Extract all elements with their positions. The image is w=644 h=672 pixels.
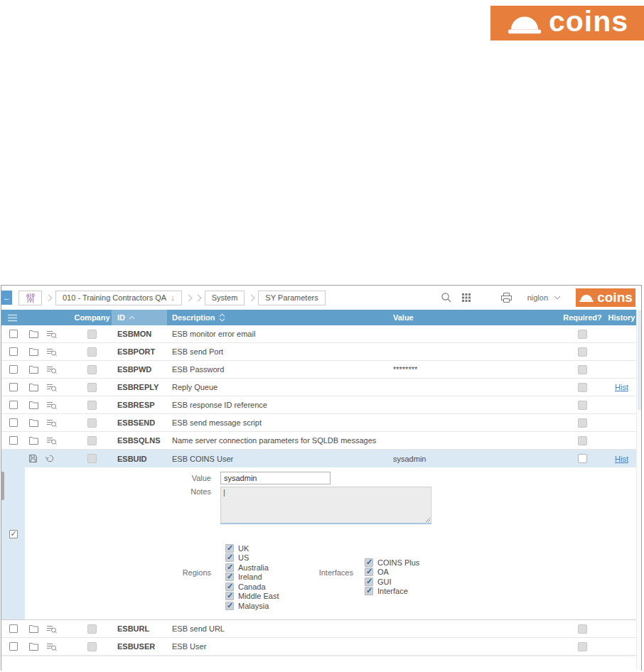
row-select-checkbox[interactable] — [9, 383, 18, 391]
breadcrumb-company[interactable]: 010 - Training Contractors QA ↓ — [55, 291, 182, 305]
checkbox-checked-icon[interactable] — [365, 587, 373, 595]
detail-view-icon[interactable] — [46, 365, 58, 374]
company-checkbox — [87, 436, 97, 445]
row-select-checkbox[interactable] — [9, 347, 18, 356]
scrollbar-thumb[interactable] — [638, 310, 641, 410]
notes-label: Notes — [165, 487, 211, 496]
value-input[interactable] — [220, 472, 331, 484]
row-select-checkbox[interactable] — [9, 418, 18, 427]
checkbox-checked-icon[interactable] — [365, 578, 373, 586]
panel-resize-handle[interactable] — [1, 472, 4, 500]
detail-view-icon[interactable] — [46, 401, 58, 410]
checkbox-checked-icon[interactable] — [225, 582, 234, 591]
back-button[interactable]: ← — [1, 291, 12, 305]
breadcrumb-module[interactable]: System — [205, 291, 245, 305]
brand-text: coins — [597, 291, 633, 305]
detail-view-icon[interactable] — [46, 418, 58, 428]
column-header-description[interactable]: Description — [167, 310, 385, 325]
row-select-checkbox[interactable] — [9, 365, 18, 374]
folder-icon[interactable] — [28, 401, 39, 410]
region-checkbox-item[interactable]: Australia — [225, 563, 279, 573]
folder-icon[interactable] — [28, 330, 39, 339]
folder-icon[interactable] — [28, 365, 39, 374]
hist-link[interactable]: Hist — [615, 383, 628, 391]
value-label: Value — [165, 474, 211, 482]
checkbox-checked-icon[interactable] — [225, 563, 234, 572]
vertical-scrollbar[interactable] — [636, 310, 641, 670]
checkbox-checked-icon[interactable] — [365, 568, 373, 576]
breadcrumb-module-label: System — [212, 293, 238, 302]
column-header-id[interactable]: ID — [112, 310, 167, 325]
user-menu[interactable]: niglon — [527, 293, 561, 302]
sort-both-icon — [219, 313, 225, 322]
notes-textarea[interactable]: | — [220, 487, 431, 524]
param-id: ESBPORT — [112, 347, 167, 356]
region-checkbox-item[interactable]: UK — [225, 543, 279, 553]
detail-view-icon[interactable] — [46, 642, 58, 651]
region-label: Australia — [238, 563, 269, 572]
search-icon[interactable] — [441, 292, 452, 303]
brand-text: coins — [549, 7, 628, 39]
expanded-row-checkbox[interactable] — [9, 530, 18, 538]
detail-view-icon[interactable] — [46, 436, 58, 445]
param-description: ESB User — [167, 642, 385, 651]
interface-checkbox-item[interactable]: OA — [365, 568, 419, 578]
detail-view-icon[interactable] — [46, 330, 58, 339]
detail-view-icon[interactable] — [46, 383, 58, 392]
folder-icon[interactable] — [28, 624, 39, 634]
checkbox-checked-icon[interactable] — [365, 558, 373, 567]
param-description: ESB monitor error email — [167, 330, 385, 338]
interface-checkbox-item[interactable]: GUI — [365, 577, 419, 587]
header-menu-cell[interactable] — [1, 310, 25, 325]
region-checkbox-item[interactable]: Canada — [225, 582, 279, 592]
detail-view-icon[interactable] — [46, 347, 58, 357]
folder-icon[interactable] — [28, 642, 39, 651]
hist-link[interactable]: Hist — [615, 455, 628, 463]
detail-view-icon[interactable] — [46, 624, 58, 634]
save-icon[interactable] — [28, 454, 38, 463]
row-select-checkbox[interactable] — [9, 642, 18, 651]
checkbox-checked-icon[interactable] — [225, 553, 234, 562]
company-checkbox — [87, 365, 97, 374]
required-checkbox[interactable] — [578, 454, 587, 463]
sliders-icon — [26, 293, 35, 303]
column-header-required[interactable]: Required? — [563, 310, 602, 325]
sort-ascending-icon — [129, 315, 135, 320]
interface-checkbox-item[interactable]: Interface — [365, 587, 419, 597]
hardhat-icon — [579, 292, 594, 303]
checkbox-checked-icon[interactable] — [225, 573, 234, 581]
grid-view-icon[interactable] — [461, 293, 471, 303]
column-header-company[interactable]: Company — [73, 310, 112, 325]
row-select-checkbox[interactable] — [9, 330, 18, 338]
breadcrumb-page[interactable]: SY Parameters — [258, 291, 325, 305]
checkbox-checked-icon[interactable] — [225, 602, 234, 610]
param-id: ESBUSER — [112, 642, 167, 651]
region-label: Ireland — [238, 573, 262, 581]
row-select-checkbox[interactable] — [9, 401, 18, 409]
filter-button[interactable] — [18, 291, 42, 305]
regions-label: Regions — [165, 568, 211, 577]
column-header-value[interactable]: Value — [385, 310, 563, 325]
region-checkbox-item[interactable]: Middle East — [225, 592, 279, 602]
undo-icon[interactable] — [45, 454, 55, 463]
region-checkbox-item[interactable]: US — [225, 553, 279, 563]
resize-grip-icon[interactable] — [425, 517, 430, 522]
hamburger-menu-icon[interactable] — [7, 314, 18, 322]
checkbox-checked-icon[interactable] — [225, 592, 234, 600]
param-description: Name server connection parameters for SQ… — [167, 436, 385, 445]
interface-checkbox-item[interactable]: COINS Plus — [365, 558, 419, 568]
region-checkbox-item[interactable]: Malaysia — [225, 601, 279, 611]
folder-icon[interactable] — [28, 418, 39, 428]
row-select-checkbox[interactable] — [9, 436, 18, 445]
folder-icon[interactable] — [28, 436, 39, 445]
param-description: ESB send URL — [167, 624, 385, 633]
print-icon[interactable] — [500, 292, 512, 303]
interfaces-checkbox-list: COINS Plus OA GUI Interface — [365, 558, 419, 596]
row-select-checkbox[interactable] — [9, 624, 18, 633]
checkbox-checked-icon[interactable] — [225, 544, 234, 553]
column-header-history[interactable]: History — [602, 310, 641, 325]
required-checkbox — [578, 642, 587, 651]
folder-icon[interactable] — [28, 347, 39, 357]
region-checkbox-item[interactable]: Ireland — [225, 573, 279, 582]
folder-icon[interactable] — [28, 383, 39, 392]
